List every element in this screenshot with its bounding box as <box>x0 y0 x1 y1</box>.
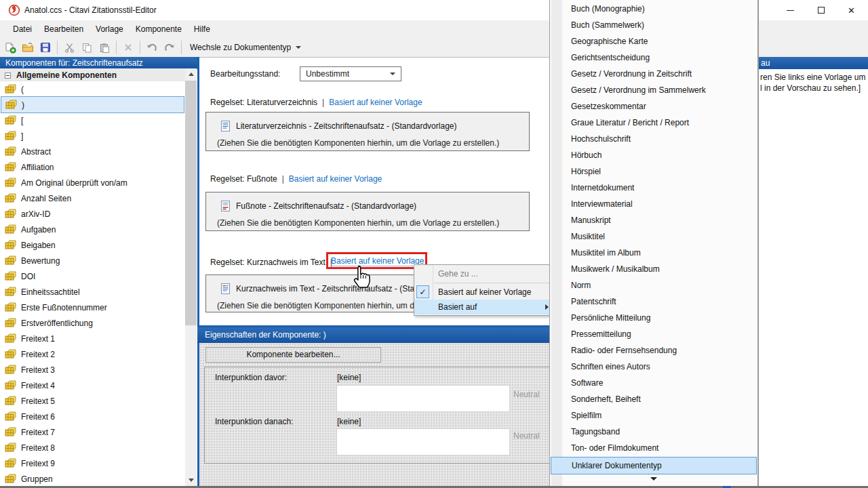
menu-item[interactable]: Komponente <box>130 20 188 38</box>
scroll-down-button[interactable] <box>185 474 197 486</box>
doctype-menu-item[interactable]: Gesetz / Verordnung im Sammelwerk <box>550 82 757 98</box>
doctype-menu-item[interactable]: Hochschulschrift <box>550 131 757 147</box>
doctype-menu-item[interactable]: Interviewmaterial <box>550 196 757 212</box>
doctype-menu-item[interactable]: Internetdokument <box>550 180 757 196</box>
component-list-item[interactable]: Bewertung <box>0 253 185 268</box>
menu-item[interactable]: Vorlage <box>90 20 130 38</box>
component-list-item[interactable]: Abstract <box>0 144 185 159</box>
minimize-button[interactable] <box>775 0 806 20</box>
sidebar-group-header[interactable]: Allgemeine Komponenten <box>0 68 185 82</box>
component-cube-icon <box>5 287 16 297</box>
doctype-menu-item[interactable]: Spielfilm <box>550 407 757 424</box>
doctype-menu-item[interactable]: Hörbuch <box>550 147 757 163</box>
component-cube-icon <box>5 178 16 188</box>
collapse-minus-icon[interactable] <box>5 73 11 79</box>
component-list-item[interactable]: [ <box>0 113 185 128</box>
doctype-menu-item[interactable]: Norm <box>550 277 757 293</box>
component-list-item[interactable]: Affiliation <box>0 159 185 175</box>
doctype-menu-item[interactable]: Gesetz / Verordnung in Zeitschrift <box>550 66 757 82</box>
doctype-menu-item[interactable]: Software <box>550 375 757 391</box>
component-list-item[interactable]: Freitext 4 <box>0 378 185 393</box>
doctype-menu-item[interactable]: Manuskript <box>550 212 757 228</box>
copy-button[interactable] <box>78 39 96 56</box>
doctype-menu-item[interactable]: Schriften eines Autors <box>550 359 757 375</box>
doctype-menu-item[interactable]: Gesetzeskommentar <box>550 98 757 115</box>
doctype-menu-item[interactable]: Unklarer Dokumententyp <box>551 457 757 474</box>
doctype-menu-item[interactable]: Patentschrift <box>550 293 757 310</box>
based-on-link[interactable]: Basiert auf keiner Vorlage <box>289 174 382 184</box>
context-menu-item[interactable]: ✓ Basiert auf <box>414 300 555 314</box>
component-list-item[interactable]: ) <box>1 96 184 113</box>
doctype-menu-item[interactable]: Ton- oder Filmdokument <box>550 440 757 456</box>
component-list-item[interactable]: arXiv-ID <box>0 206 185 222</box>
component-list-item[interactable]: DOI <box>0 268 185 284</box>
menu-item[interactable]: Datei <box>7 20 38 38</box>
component-list-item[interactable]: Freitext 3 <box>0 362 185 378</box>
cut-button[interactable] <box>60 39 78 56</box>
close-button[interactable]: ✕ <box>836 0 867 20</box>
component-list-item[interactable]: Aufgaben <box>0 222 185 237</box>
open-button[interactable] <box>19 39 37 56</box>
component-list-item[interactable]: Gruppen <box>0 471 185 486</box>
undo-button[interactable] <box>143 39 161 56</box>
doctype-label: Buch (Monographie) <box>571 4 645 14</box>
component-list-item[interactable]: Freitext 6 <box>0 409 185 424</box>
doctype-menu-item[interactable]: Radio- oder Fernsehsendung <box>550 342 757 359</box>
scroll-up-button[interactable] <box>185 68 197 80</box>
component-list-item[interactable]: Freitext 2 <box>0 346 185 362</box>
based-on-link[interactable]: Basiert auf keiner Vorlage <box>329 98 422 107</box>
component-list-item[interactable]: Freitext 7 <box>0 424 185 440</box>
doctype-menu-item[interactable]: Musikwerk / Musikalbum <box>550 261 757 277</box>
doctype-menu-item[interactable]: Buch (Monographie) <box>550 1 757 17</box>
doctype-label: Pressemitteilung <box>571 329 631 339</box>
punctuation-after-input[interactable] <box>336 428 510 455</box>
doctype-menu-item[interactable]: Graue Literatur / Bericht / Report <box>550 115 757 131</box>
component-list-item[interactable]: Am Original überprüft von/am <box>0 175 185 190</box>
menu-item[interactable]: Bearbeiten <box>38 20 90 38</box>
rulebox-fussnote[interactable]: Fußnote - Zeitschriftenaufsatz - (Standa… <box>205 192 530 231</box>
component-list-item[interactable]: ] <box>0 128 185 144</box>
delete-button[interactable] <box>119 39 137 56</box>
doctype-menu-item[interactable]: Buch (Sammelwerk) <box>550 17 757 33</box>
switch-doctype-button[interactable]: Wechsle zu Dokumententyp <box>184 39 307 56</box>
doctype-menu-item[interactable]: Pressemitteilung <box>550 326 757 342</box>
doctype-menu-item[interactable]: Hörspiel <box>550 163 757 180</box>
menu-scroll-down-button[interactable] <box>550 473 757 485</box>
redo-button[interactable] <box>161 39 178 56</box>
new-style-button[interactable] <box>1 39 19 56</box>
component-list-item[interactable]: Freitext 1 <box>0 331 185 346</box>
component-list-item[interactable]: Freitext 9 <box>0 455 185 471</box>
component-list-item[interactable]: ( <box>0 81 185 97</box>
punctuation-before-input[interactable] <box>336 385 510 412</box>
component-label: Beigaben <box>21 241 56 250</box>
maximize-button[interactable] <box>806 0 836 20</box>
component-cube-icon <box>5 349 16 359</box>
edit-component-button[interactable]: Komponente bearbeiten... <box>205 347 381 363</box>
doctype-label: Gesetzeskommentar <box>571 102 646 111</box>
doctype-menu-item[interactable]: Tagungsband <box>550 424 757 440</box>
component-list-item[interactable]: Beigaben <box>0 237 185 253</box>
regelset-label: Regelset: Fußnote <box>210 174 277 184</box>
component-cube-icon <box>5 365 16 375</box>
menu-item[interactable]: Hilfe <box>188 20 216 38</box>
component-list-item[interactable]: Anzahl Seiten <box>0 190 185 206</box>
component-list-item[interactable]: Erstveröffentlichung <box>0 315 185 331</box>
doctype-menu-item[interactable]: Sonderheft, Beiheft <box>550 391 757 407</box>
based-on-link[interactable]: Basiert auf keiner Vorlage <box>331 256 424 266</box>
sidebar-scrollbar-thumb[interactable] <box>185 81 197 325</box>
context-menu-item[interactable]: ✓ Basiert auf keiner Vorlage <box>414 285 555 300</box>
save-button[interactable] <box>37 39 54 56</box>
doctype-menu-item[interactable]: Geographische Karte <box>550 33 757 49</box>
paste-button[interactable] <box>96 39 113 56</box>
doctype-menu-item[interactable]: Musiktitel im Album <box>550 245 757 261</box>
doctype-menu-item[interactable]: Musiktitel <box>550 228 757 245</box>
context-menu-item[interactable]: ✓ Gehe zu ... <box>414 266 555 281</box>
doctype-menu-item[interactable]: Persönliche Mitteilung <box>550 310 757 326</box>
doctype-menu-item[interactable]: Gerichtsentscheidung <box>550 49 757 66</box>
bearbeitungsstand-select[interactable]: Unbestimmt <box>300 66 401 81</box>
component-list-item[interactable]: Einheitssachtitel <box>0 284 185 300</box>
component-list-item[interactable]: Freitext 8 <box>0 440 185 455</box>
rulebox-literaturverzeichnis[interactable]: Literaturverzeichnis - Zeitschriftenaufs… <box>205 112 530 151</box>
component-list-item[interactable]: Freitext 5 <box>0 393 185 409</box>
component-list-item[interactable]: Erste Fußnotennummer <box>0 300 185 315</box>
